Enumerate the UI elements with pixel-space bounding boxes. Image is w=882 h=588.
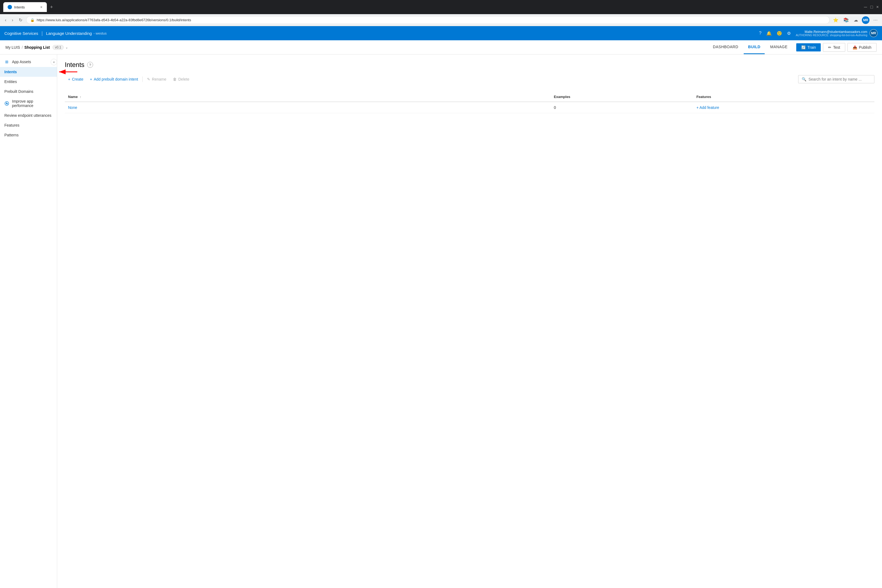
- sidebar-item-app-assets[interactable]: ⊞ App Assets: [0, 57, 57, 67]
- col-name-label: Name: [68, 95, 78, 99]
- search-input[interactable]: [808, 77, 871, 81]
- forward-button[interactable]: ›: [10, 16, 15, 24]
- tab-manage[interactable]: MANAGE: [766, 40, 792, 54]
- sidebar-item-prebuilt-domains[interactable]: Prebuilt Domains: [0, 87, 57, 96]
- sidebar-item-label-entities: Entities: [4, 80, 17, 84]
- add-prebuilt-label: Add prebuilt domain intent: [94, 77, 138, 81]
- sub-header: My LUIS / Shopping List v0.1 ⌄ DASHBOARD…: [0, 40, 882, 54]
- menu-button[interactable]: ⋯: [872, 16, 879, 24]
- active-tab[interactable]: Intents ×: [3, 2, 47, 12]
- user-avatar[interactable]: MR: [870, 29, 878, 37]
- tab-close-button[interactable]: ×: [40, 5, 42, 9]
- emoji-button[interactable]: 🙂: [777, 31, 782, 36]
- breadcrumb: My LUIS / Shopping List v0.1 ⌄: [6, 45, 709, 50]
- lock-icon: 🔒: [30, 18, 34, 22]
- sidebar-item-features[interactable]: Features: [0, 120, 57, 130]
- publish-icon: 📤: [853, 45, 857, 50]
- notifications-button[interactable]: 🔔: [766, 31, 772, 36]
- minimize-button[interactable]: ─: [864, 4, 867, 9]
- delete-label: Delete: [178, 77, 189, 81]
- sidebar-item-label-review-endpoint: Review endpoint utterances: [4, 113, 51, 118]
- content-toolbar: + Create + Add prebuilt domain intent ✎ …: [65, 75, 874, 87]
- close-button[interactable]: ×: [876, 4, 879, 9]
- settings-button[interactable]: ⚙: [787, 31, 791, 36]
- header-separator: |: [41, 30, 43, 36]
- create-icon: +: [68, 77, 70, 81]
- page-title-row: Intents ?: [65, 61, 874, 69]
- url-input[interactable]: 🔒 https://www.luis.ai/applications/e7763…: [26, 16, 830, 24]
- app-title: Language Understanding: [46, 31, 92, 36]
- user-email: Malte.Reimann@studentambassadors.com: [796, 30, 867, 34]
- main-content: Intents ? + Create + Add prebuilt domain…: [57, 54, 882, 588]
- back-button[interactable]: ‹: [3, 16, 8, 24]
- sidebar-item-label-prebuilt-domains: Prebuilt Domains: [4, 89, 33, 94]
- sidebar-item-patterns[interactable]: Patterns: [0, 130, 57, 140]
- extensions-button[interactable]: ⭐: [832, 16, 840, 24]
- sidebar-item-intents[interactable]: Intents: [0, 67, 57, 77]
- main-layout: « ⊞ App Assets Intents Entities: [0, 54, 882, 588]
- window-controls: ─ □ ×: [864, 4, 879, 9]
- app-header: Cognitive Services | Language Understand…: [0, 26, 882, 40]
- delete-button[interactable]: 🗑 Delete: [170, 75, 192, 83]
- add-prebuilt-button[interactable]: + Add prebuilt domain intent: [87, 75, 141, 83]
- breadcrumb-app-name: Shopping List: [24, 45, 50, 50]
- col-name-header[interactable]: Name ↑: [65, 92, 550, 102]
- nav-tabs: DASHBOARD BUILD MANAGE: [709, 40, 792, 54]
- rename-button[interactable]: ✎ Rename: [144, 75, 170, 83]
- sidebar-item-label-intents: Intents: [4, 70, 17, 74]
- browser-chrome: Intents × + ─ □ ×: [0, 0, 882, 14]
- breadcrumb-separator: /: [22, 45, 23, 50]
- sidebar-item-label-patterns: Patterns: [4, 133, 18, 137]
- url-text: https://www.luis.ai/applications/e7763af…: [37, 18, 191, 22]
- search-icon: 🔍: [802, 77, 806, 81]
- tab-action-buttons: 🔄 Train ✏ Test 📤 Publish: [796, 43, 876, 52]
- breadcrumb-home[interactable]: My LUIS: [6, 45, 20, 50]
- col-features-header[interactable]: Features: [693, 92, 874, 102]
- collections-button[interactable]: ☁: [853, 16, 859, 24]
- add-prebuilt-icon: +: [90, 77, 92, 81]
- delete-icon: 🗑: [173, 77, 177, 81]
- table-row: None 0 + Add feature: [65, 102, 874, 113]
- intent-link[interactable]: None: [68, 105, 77, 110]
- col-examples-header[interactable]: Examples: [550, 92, 693, 102]
- restore-button[interactable]: □: [870, 4, 873, 9]
- red-arrow-annotation: [57, 67, 79, 77]
- sidebar-item-label-features: Features: [4, 123, 20, 128]
- resource-name: shopping-list-bot-luis-Authoring: [830, 34, 867, 37]
- refresh-button[interactable]: ↻: [17, 16, 24, 24]
- tab-dashboard[interactable]: DASHBOARD: [709, 40, 742, 54]
- rename-label: Rename: [152, 77, 166, 81]
- sidebar-item-label-app-assets: App Assets: [12, 60, 31, 64]
- sidebar-collapse-button[interactable]: «: [51, 59, 57, 65]
- rename-icon: ✎: [147, 77, 150, 81]
- page-help-button[interactable]: ?: [87, 62, 93, 68]
- user-avatar-browser[interactable]: MR: [862, 16, 870, 24]
- intents-table: Name ↑ Examples Features None 0 + Ad: [65, 92, 874, 113]
- train-label: Train: [807, 45, 816, 50]
- app-subtitle: - westus: [93, 31, 106, 35]
- resource-label: AUTHORING RESOURCE:: [796, 34, 829, 37]
- intent-examples-cell: 0: [550, 102, 693, 113]
- sidebar-item-entities[interactable]: Entities: [0, 77, 57, 87]
- tab-build[interactable]: BUILD: [744, 40, 765, 54]
- sidebar: « ⊞ App Assets Intents Entities: [0, 54, 57, 588]
- publish-button[interactable]: 📤 Publish: [848, 43, 876, 52]
- col-examples-label: Examples: [554, 95, 570, 99]
- add-feature-button[interactable]: + Add feature: [696, 105, 719, 110]
- test-button[interactable]: ✏ Test: [823, 43, 845, 52]
- new-tab-button[interactable]: +: [48, 3, 55, 11]
- user-resource: AUTHORING RESOURCE: shopping-list-bot-lu…: [796, 34, 867, 37]
- sidebar-item-improve-app[interactable]: Improve app performance: [0, 96, 57, 111]
- publish-label: Publish: [859, 45, 872, 50]
- help-button[interactable]: ?: [759, 31, 761, 36]
- search-box[interactable]: 🔍: [798, 75, 874, 83]
- brand-name: Cognitive Services: [4, 31, 38, 36]
- browser-actions: ⭐ 📚 ☁ MR ⋯: [832, 16, 879, 24]
- sidebar-item-review-endpoint[interactable]: Review endpoint utterances: [0, 111, 57, 120]
- tab-favicon: [8, 5, 12, 9]
- train-button[interactable]: 🔄 Train: [796, 43, 821, 51]
- test-icon: ✏: [828, 45, 831, 50]
- user-info: Malte.Reimann@studentambassadors.com AUT…: [796, 29, 878, 37]
- version-chevron[interactable]: ⌄: [65, 45, 68, 49]
- favorites-button[interactable]: 📚: [842, 16, 850, 24]
